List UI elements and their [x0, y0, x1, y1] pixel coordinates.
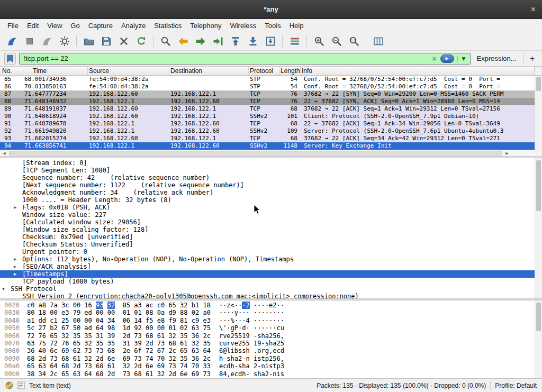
go-forward-button[interactable]: [193, 34, 208, 49]
filter-history-dropdown[interactable]: ▼: [457, 56, 468, 61]
menu-telephony[interactable]: Telephony: [186, 20, 225, 31]
scroll-right-icon[interactable]: ▶: [503, 151, 511, 156]
tree-item[interactable]: [Calculated window size: 29056]: [0, 218, 535, 226]
hex-row-00a0[interactable]: 00a065 63 64 68 2d 73 68 61 32 2d 6e 69 …: [4, 362, 542, 370]
tree-item[interactable]: ▸[SEQ/ACK analysis]: [0, 263, 535, 270]
hscroll-track[interactable]: [8, 150, 503, 156]
column-header-time[interactable]: Time: [23, 67, 88, 75]
menu-statistics[interactable]: Statistics: [150, 20, 186, 31]
save-capture-file-button[interactable]: [98, 34, 114, 49]
tree-item[interactable]: TCP payload (1080 bytes): [0, 278, 535, 285]
zoom-in-button[interactable]: [311, 34, 327, 49]
capture-options-button[interactable]: [57, 34, 72, 49]
packet-list-hscrollbar[interactable]: ◀ ▶: [0, 150, 542, 156]
tree-item[interactable]: [TCP Segment Len: 1080]: [0, 167, 535, 174]
tree-item[interactable]: Sequence number: 42 (relative sequence n…: [0, 174, 535, 181]
column-header-length[interactable]: Length: [279, 67, 301, 75]
menu-wireless[interactable]: Wireless: [225, 20, 260, 31]
tree-item[interactable]: Window size value: 227: [0, 211, 535, 218]
scrollbar-thumb[interactable]: [536, 160, 541, 211]
restart-capture-button[interactable]: [39, 34, 55, 49]
packet-row-87[interactable]: 8771.647777234192.168.122.60192.168.122.…: [0, 90, 535, 98]
menu-edit[interactable]: Edit: [23, 20, 43, 31]
tree-item[interactable]: [Window size scaling factor: 128]: [0, 226, 535, 233]
column-header-info[interactable]: Info: [301, 67, 535, 75]
hex-row-00b0[interactable]: 00b038 34 2c 65 63 64 68 2d 73 68 61 32 …: [4, 370, 542, 378]
resize-columns-button[interactable]: [371, 34, 386, 49]
go-first-packet-button[interactable]: [228, 34, 243, 49]
colorize-packets-button[interactable]: [287, 34, 302, 49]
tree-item[interactable]: SSH Version 2 (encryption:chacha20-poly1…: [0, 293, 535, 298]
column-header-no[interactable]: No.: [0, 67, 23, 75]
go-back-button[interactable]: [175, 34, 191, 49]
scrollbar-thumb[interactable]: [9, 151, 502, 156]
packet-row-91[interactable]: 9171.648789678192.168.122.1192.168.122.6…: [0, 120, 535, 127]
menu-analyze[interactable]: Analyze: [117, 20, 150, 31]
window-close-button[interactable]: ×: [531, 0, 536, 19]
tree-item[interactable]: ▸Options: (12 bytes), No-Operation (NOP)…: [0, 256, 535, 263]
add-filter-button[interactable]: +: [527, 54, 538, 63]
menu-capture[interactable]: Capture: [84, 20, 117, 31]
expand-arrow-icon[interactable]: ▸: [14, 263, 22, 270]
packet-list-vscrollbar[interactable]: [535, 76, 542, 150]
packet-row-89[interactable]: 8971.648191037192.168.122.60192.168.122.…: [0, 105, 535, 113]
filter-clear-icon[interactable]: ×: [428, 54, 440, 63]
find-packet-button[interactable]: [158, 34, 173, 49]
stop-capture-button[interactable]: [22, 34, 37, 49]
menu-help[interactable]: Help: [285, 20, 308, 31]
go-last-packet-button[interactable]: [245, 34, 260, 49]
expand-arrow-icon[interactable]: ▸: [14, 204, 22, 211]
tree-item[interactable]: ▸Flags: 0x018 (PSH, ACK): [0, 204, 535, 211]
hex-row-0030[interactable]: 003080 18 00 e3 79 ed 00 00 01 01 08 0a …: [4, 309, 542, 316]
open-capture-file-button[interactable]: [81, 34, 96, 49]
expand-arrow-icon[interactable]: ▾: [2, 285, 11, 293]
expand-arrow-icon[interactable]: ▸: [14, 270, 22, 278]
hex-row-0040[interactable]: 0040a1 dd c1 25 00 00 04 34 06 14 f5 e8 …: [4, 317, 542, 324]
hex-row-0050[interactable]: 00505c 27 b2 67 50 ad 64 98 1d 92 00 00 …: [4, 324, 542, 332]
reload-capture-file-button[interactable]: [133, 34, 149, 49]
tree-item[interactable]: ▸[Timestamps]: [0, 270, 535, 278]
display-filter-value[interactable]: !tcp.port == 22: [24, 54, 428, 62]
packet-row-90[interactable]: 9071.648618924192.168.122.60192.168.122.…: [0, 113, 535, 120]
zoom-out-button[interactable]: [329, 34, 344, 49]
tree-item[interactable]: Checksum: 0x79ed [unverified]: [0, 233, 535, 241]
packet-row-94[interactable]: 9471.663856741192.168.122.1192.168.122.6…: [0, 142, 535, 150]
packet-row-93[interactable]: 9371.662015274192.168.122.60192.168.122.…: [0, 135, 535, 142]
menu-file[interactable]: File: [3, 20, 23, 31]
scrollbar-thumb[interactable]: [536, 303, 541, 331]
bytes-vscrollbar[interactable]: [535, 300, 542, 378]
expand-arrow-icon[interactable]: ▸: [14, 256, 22, 263]
expert-info-icon[interactable]: [5, 381, 13, 389]
tree-item[interactable]: Urgent pointer: 0: [0, 248, 535, 256]
tree-item[interactable]: Acknowledgment number: 34 (relative ack …: [0, 189, 535, 196]
tree-item[interactable]: 1000 .... = Header Length: 32 bytes (8): [0, 196, 535, 204]
hex-row-0060[interactable]: 006072 76 65 32 35 35 31 39 2d 73 68 61 …: [4, 332, 542, 340]
capture-file-properties-icon[interactable]: [17, 381, 25, 389]
tree-item[interactable]: [Next sequence number: 1122 (relative se…: [0, 181, 535, 189]
menu-go[interactable]: Go: [66, 20, 84, 31]
hex-row-0020[interactable]: 0020c0 a8 7a 3c 00 16 93 32 85 a3 ac c0 …: [4, 302, 542, 309]
packet-row-88[interactable]: 8871.648146932192.168.122.1192.168.122.6…: [0, 98, 535, 105]
hex-row-0080[interactable]: 008036 40 6c 69 62 73 73 68 2e 6f 72 67 …: [4, 347, 542, 354]
tree-item[interactable]: ▾SSH Protocol: [0, 285, 535, 293]
expression-button[interactable]: Expression...: [474, 54, 520, 62]
column-header-protocol[interactable]: Protocol: [249, 67, 279, 75]
packet-row-86[interactable]: 8670.013850163fe:54:00:d4:38:2aSTP54Conf…: [0, 83, 535, 90]
filter-apply-button[interactable]: ▶: [440, 54, 454, 63]
hex-row-0070[interactable]: 007063 75 72 76 65 32 35 35 31 39 2d 73 …: [4, 340, 542, 347]
details-vscrollbar[interactable]: [535, 158, 542, 298]
go-to-packet-button[interactable]: [210, 34, 225, 49]
auto-scroll-button[interactable]: [263, 34, 278, 49]
hex-row-0090[interactable]: 009068 2d 73 68 61 32 2d 6e 69 73 74 70 …: [4, 355, 542, 362]
menu-tools[interactable]: Tools: [260, 20, 285, 31]
packet-row-92[interactable]: 9271.661949820192.168.122.1192.168.122.6…: [0, 127, 535, 135]
zoom-original-button[interactable]: 1:1: [346, 34, 362, 49]
display-filter-input[interactable]: !tcp.port == 22 × ▶ ▼: [19, 53, 471, 65]
column-header-destination[interactable]: Destination: [169, 67, 249, 75]
scrollbar-thumb[interactable]: [536, 77, 541, 91]
packet-row-85[interactable]: 8568.001734936fe:54:00:d4:38:2aSTP54Conf…: [0, 76, 535, 83]
tree-item[interactable]: [Checksum Status: Unverified]: [0, 241, 535, 248]
column-header-source[interactable]: Source: [88, 67, 169, 75]
menu-view[interactable]: View: [43, 20, 66, 31]
filter-bookmark-button[interactable]: [4, 53, 16, 65]
